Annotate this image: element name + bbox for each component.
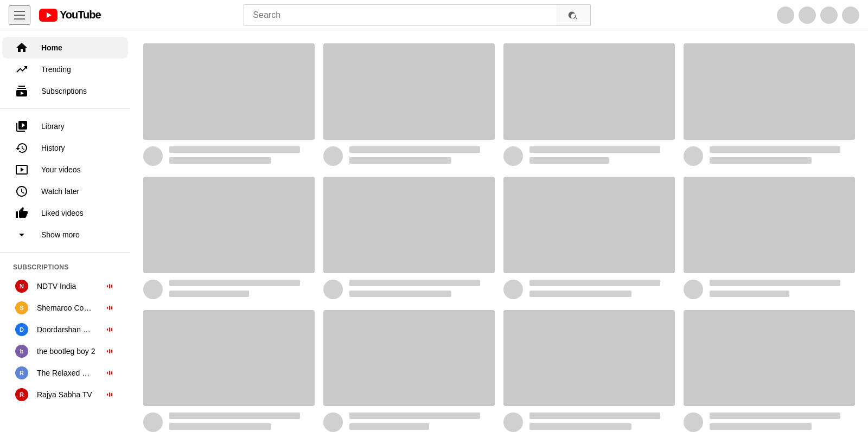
search-button[interactable] [556,4,591,26]
skeleton-title [349,146,480,153]
youtube-logo-icon [39,9,58,22]
subscription-item-doordarshan[interactable]: D Doordarshan Natio... [2,319,128,340]
video-info [169,412,315,432]
sidebar-item-show-more[interactable]: Show more [2,224,128,246]
subscriptions-icon [15,85,28,98]
channel-avatar-skeleton [323,146,343,166]
sidebar-item-history[interactable]: History [2,137,128,159]
sidebar-item-library-label: Library [41,122,65,131]
skeleton-channel [349,423,429,430]
header-avatar-3[interactable] [820,7,838,24]
channel-avatar-skeleton [143,146,163,166]
skeleton-channel [710,291,789,297]
video-card[interactable] [143,310,315,433]
skeleton-channel [169,423,271,430]
library-icon [15,120,28,133]
sidebar-item-subscriptions[interactable]: Subscriptions [2,80,128,102]
video-info [710,146,855,166]
header-avatar-1[interactable] [777,7,794,24]
rajya-sabha-live-badge [104,391,115,398]
sidebar-item-liked-videos[interactable]: Liked videos [2,202,128,224]
youtube-logo-text: YouTube [60,9,101,21]
skeleton-title [169,412,300,419]
video-card[interactable] [684,177,855,299]
header-avatar-2[interactable] [799,7,816,24]
video-info [349,412,495,432]
video-card[interactable] [503,177,675,299]
skeleton-title [349,280,480,286]
skeleton-channel [529,291,631,297]
channel-avatar-skeleton [503,412,523,432]
sidebar-item-subscriptions-label: Subscriptions [41,87,87,95]
thumbnail-skeleton [684,177,855,273]
shemaroo-avatar: S [15,301,28,314]
video-meta [684,280,855,299]
bootleg-boy-name: the bootleg boy 2 [37,347,95,356]
header-avatar-4[interactable] [842,7,859,24]
sidebar-item-home-label: Home [41,43,62,52]
thumbnail-skeleton [143,310,315,407]
relaxed-guy-avatar: R [15,366,28,379]
header: YouTube [0,0,868,30]
thumbnail-skeleton [503,43,675,140]
video-card[interactable] [323,43,495,166]
ndtv-india-avatar: N [15,280,28,293]
subscription-item-bootleg-boy[interactable]: b the bootleg boy 2 [2,340,128,362]
video-card[interactable] [323,310,495,433]
shemaroo-live-badge [104,305,115,311]
video-meta [503,412,675,432]
skeleton-title [529,280,660,286]
search-icon [568,10,579,21]
your-videos-icon [15,163,28,176]
sidebar-item-trending[interactable]: Trending [2,59,128,80]
video-meta [323,280,495,299]
subscription-item-relaxed-guy[interactable]: R The Relaxed Guy [2,362,128,384]
subscription-item-shemaroo[interactable]: S Shemaroo Comedy [2,297,128,319]
video-info [349,280,495,299]
video-card[interactable] [323,177,495,299]
sidebar-divider-1 [0,108,130,109]
skeleton-channel [529,157,609,164]
relaxed-guy-name: The Relaxed Guy [37,369,95,377]
channel-avatar-skeleton [143,280,163,299]
thumbnail-skeleton [143,43,315,140]
sidebar-item-your-videos[interactable]: Your videos [2,159,128,180]
video-info [529,280,675,299]
subscription-item-rajya-sabha[interactable]: R Rajya Sabha TV [2,384,128,405]
skeleton-title [529,412,660,419]
skeleton-title [710,146,840,153]
video-info [529,146,675,166]
sidebar-item-trending-label: Trending [41,65,71,74]
video-card[interactable] [143,43,315,166]
video-card[interactable] [143,177,315,299]
video-meta [503,280,675,299]
thumbnail-skeleton [503,310,675,407]
show-more-icon [15,228,28,241]
skeleton-title [349,412,480,419]
sidebar-item-watch-later[interactable]: Watch later [2,180,128,202]
video-grid [143,43,855,432]
video-card[interactable] [684,310,855,433]
thumbnail-skeleton [684,43,855,140]
sidebar-item-library[interactable]: Library [2,115,128,137]
main-content [130,30,868,432]
search-form [244,4,591,26]
channel-avatar-skeleton [684,412,703,432]
video-card[interactable] [503,310,675,433]
skeleton-channel [529,423,631,430]
video-card[interactable] [684,43,855,166]
ndtv-india-live-badge [104,283,115,289]
youtube-logo[interactable]: YouTube [39,9,101,22]
layout: Home Trending Subscriptions Library [0,30,868,432]
sidebar-item-home[interactable]: Home [2,37,128,59]
video-info [710,280,855,299]
video-card[interactable] [503,43,675,166]
video-info [349,146,495,166]
subscription-item-ndtv-india[interactable]: N NDTV India [2,275,128,297]
hamburger-menu-button[interactable] [9,5,30,25]
video-meta [503,146,675,166]
search-input[interactable] [244,4,556,26]
video-meta [143,412,315,432]
doordarshan-avatar: D [15,323,28,336]
channel-avatar-skeleton [323,280,343,299]
